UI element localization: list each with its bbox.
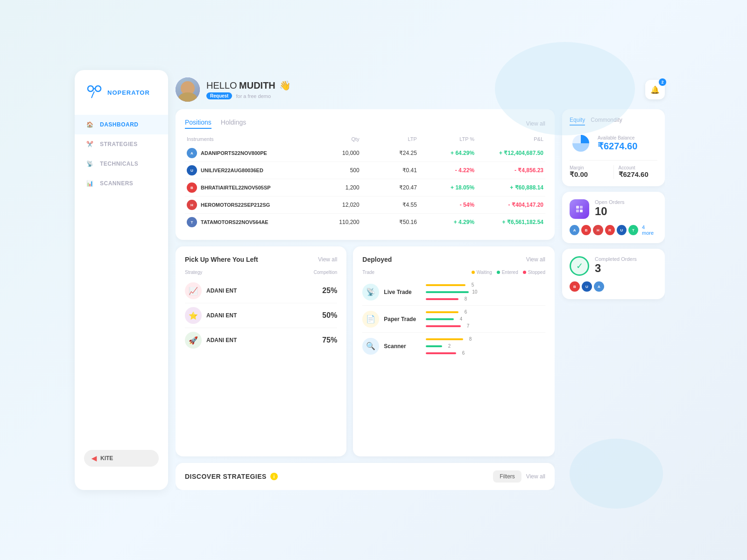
- mini-avatar: R: [605, 225, 615, 235]
- trade-row[interactable]: 🔍 Scanner 8 2 6: [362, 333, 545, 359]
- trade-icon: 📄: [362, 311, 379, 328]
- svg-rect-4: [576, 206, 579, 209]
- table-row[interactable]: T TATAMOTORS22NOV564AE 110,200 ₹50.16 + …: [185, 214, 545, 231]
- sidebar-item-dashboard[interactable]: 🏠 DASHBOARD: [75, 115, 168, 134]
- sidebar-item-label-strategies: STRATEGIES: [100, 141, 138, 147]
- instrument-logo: U: [187, 165, 197, 175]
- trade-row[interactable]: 📡 Live Trade 5 10 8: [362, 279, 545, 306]
- qty-cell: 10,000: [302, 150, 359, 156]
- col-ltp-pct: LTP %: [417, 136, 474, 142]
- svg-point-0: [88, 86, 93, 91]
- user-text: HELLO MUDITH 👋 Request for a free demo: [206, 80, 291, 99]
- instrument-logo: B: [187, 182, 197, 193]
- mini-avatar: U: [617, 225, 627, 235]
- col-qty: Qty: [302, 136, 359, 142]
- instrument-logo: H: [187, 200, 197, 210]
- instrument-cell: B BHRATIAIRTEL22NOV505SP: [187, 182, 302, 193]
- account-label: Account: [619, 165, 658, 170]
- mini-avatar: B: [581, 225, 591, 235]
- discover-view-all-button[interactable]: View all: [526, 470, 545, 483]
- ltp-pct-cell: + 4.29%: [417, 219, 474, 225]
- mini-avatar: A: [594, 281, 604, 292]
- open-orders-icon: [570, 199, 589, 219]
- strategy-row[interactable]: ⭐ ADANI ENT 50%: [185, 303, 337, 328]
- bar-row: 8: [426, 296, 545, 301]
- table-row[interactable]: H HEROMOTORS22SEP212SG 12,020 ₹4.55 - 54…: [185, 196, 545, 214]
- scanners-icon: 📊: [86, 179, 94, 188]
- balance-label: Available Balance: [598, 135, 637, 140]
- deployed-title: Deployed: [362, 256, 392, 263]
- instrument-cell: H HEROMOTORS22SEP212SG: [187, 200, 302, 210]
- bar: [426, 298, 458, 300]
- tab-equity[interactable]: Equity: [570, 117, 585, 126]
- mini-avatar: A: [570, 225, 579, 235]
- kite-button-label: KITE: [100, 455, 113, 462]
- trade-name: Scanner: [384, 343, 421, 350]
- account-value: ₹6274.60: [619, 170, 658, 179]
- trade-row[interactable]: 📄 Paper Trade 6 4 7: [362, 306, 545, 333]
- trade-col-header: Trade Waiting Entered: [362, 270, 545, 275]
- tab-positions[interactable]: Positions: [185, 119, 211, 129]
- pickup-view-all[interactable]: View all: [318, 256, 337, 263]
- open-orders-avatars: ABHRUT4 more: [570, 224, 657, 236]
- strategy-icon: ⭐: [185, 307, 202, 324]
- margin-account: Margin ₹0.00 Account ₹6274.60: [570, 160, 657, 179]
- open-orders-label: Open Orders: [595, 199, 625, 205]
- bar-row: 5: [426, 282, 545, 287]
- completed-orders-card: ✓ Completed Orders 3 BUA: [562, 249, 665, 299]
- table-row[interactable]: A ADANIPORTS22NOV800PE 10,000 ₹24.25 + 6…: [185, 145, 545, 162]
- strategy-row[interactable]: 🚀 ADANI ENT 75%: [185, 328, 337, 352]
- bar-num: 7: [464, 323, 469, 329]
- main-content: HELLO MUDITH 👋 Request for a free demo 🔔…: [168, 70, 672, 490]
- ltp-pct-cell: + 18.05%: [417, 184, 474, 191]
- strategy-icon: 📈: [185, 282, 202, 299]
- kite-button[interactable]: ◀ KITE: [84, 450, 159, 467]
- deployed-view-all[interactable]: View all: [526, 256, 545, 263]
- greeting-hello: HELLO: [206, 80, 237, 91]
- mini-avatar: H: [593, 225, 603, 235]
- sidebar: NOPERATOR 🏠 DASHBOARD ✂️ STRATEGIES 📡 TE…: [75, 70, 168, 490]
- mini-avatar: B: [570, 281, 580, 292]
- bar-num: 2: [445, 343, 451, 349]
- logo-text: NOPERATOR: [107, 89, 150, 96]
- instrument-name: UNILIVER22AUG80036ED: [201, 168, 263, 173]
- pickup-card: Pick Up Where You Left View all Strategy…: [176, 246, 346, 456]
- table-row[interactable]: U UNILIVER22AUG80036ED 500 ₹0.41 - 4.22%…: [185, 162, 545, 179]
- instrument-name: TATAMOTORS22NOV564AE: [201, 219, 268, 225]
- strategy-info: 🚀 ADANI ENT: [185, 332, 237, 349]
- instrument-name: ADANIPORTS22NOV800PE: [201, 150, 267, 156]
- logo-area: NOPERATOR: [75, 84, 168, 115]
- discover-card: DISCOVER STRATEGIES i Filters View all: [176, 463, 555, 490]
- pnl-cell: - ₹4,856.23: [474, 167, 543, 174]
- tab-commodity[interactable]: Commondity: [591, 117, 622, 126]
- ltp-pct-cell: - 54%: [417, 202, 474, 208]
- bar: [426, 325, 461, 327]
- request-badge[interactable]: Request: [206, 92, 232, 99]
- strategy-row[interactable]: 📈 ADANI ENT 25%: [185, 279, 337, 303]
- trade-name: Paper Trade: [384, 316, 421, 322]
- discover-title: DISCOVER STRATEGIES: [185, 473, 267, 480]
- orders-header: Open Orders 10: [570, 199, 657, 219]
- sidebar-item-scanners[interactable]: 📊 SCANNERS: [75, 174, 168, 193]
- legend-stopped: Stopped: [523, 270, 545, 275]
- strategy-pct: 75%: [322, 336, 337, 344]
- tab-holdings[interactable]: Holdings: [221, 119, 246, 129]
- bar: [426, 345, 442, 347]
- table-row[interactable]: B BHRATIAIRTEL22NOV505SP 1,200 ₹20.47 + …: [185, 179, 545, 196]
- strategy-icon: 🚀: [185, 332, 202, 349]
- bar: [426, 352, 456, 354]
- sidebar-item-strategies[interactable]: ✂️ STRATEGIES: [75, 134, 168, 154]
- notification-badge: 2: [659, 78, 666, 86]
- equity-tabs: Equity Commondity: [570, 117, 657, 126]
- instrument-logo: A: [187, 148, 197, 158]
- trade-rows: 📡 Live Trade 5 10 8 📄 Paper Trade 6 4 7 …: [362, 279, 545, 359]
- sidebar-item-technicals[interactable]: 📡 TECHNICALS: [75, 154, 168, 174]
- notification-button[interactable]: 🔔 2: [645, 80, 665, 99]
- bar-row: 8: [426, 336, 545, 342]
- instrument-cell: U UNILIVER22AUG80036ED: [187, 165, 302, 175]
- col-trade: Trade: [362, 270, 374, 275]
- bar-row: 2: [426, 343, 545, 349]
- more-link[interactable]: 4 more: [642, 224, 657, 236]
- filters-button[interactable]: Filters: [493, 470, 521, 483]
- positions-view-all[interactable]: View all: [526, 120, 545, 127]
